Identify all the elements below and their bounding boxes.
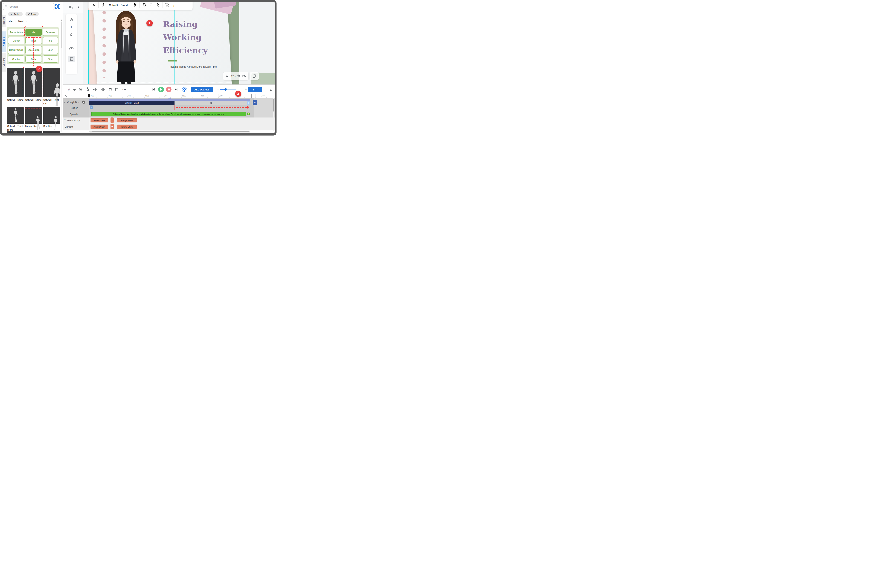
timeline-ruler[interactable]: 0:00 0:01 0:02 0:03 0:04 0:05 0:06 0:07 … <box>89 94 275 99</box>
breadcrumb-current[interactable]: Stand <box>18 20 24 23</box>
track-label-text[interactable]: T Practical Tips ... <box>64 119 83 122</box>
rotate-icon[interactable] <box>149 3 153 8</box>
track-label-speech[interactable]: Speech <box>70 113 78 116</box>
split-left-icon[interactable] <box>93 87 98 92</box>
category-locomotion[interactable]: Locomotion <box>26 46 42 54</box>
always-show-chip[interactable]: Always Show <box>117 124 137 129</box>
category-mood[interactable]: Mood <box>26 37 42 44</box>
clip-stretch-handle[interactable]: () <box>247 101 250 105</box>
thumbnail-partial[interactable] <box>7 131 24 133</box>
filter-chip-pose[interactable]: ✓Pose <box>26 12 39 16</box>
video-tool[interactable] <box>68 46 75 52</box>
add-speech-button[interactable]: + <box>247 112 250 116</box>
category-daily[interactable]: Daily <box>26 56 42 63</box>
music-icon[interactable]: ♫ <box>66 87 71 92</box>
category-sit[interactable]: Sit <box>43 37 58 44</box>
remove-action-icon[interactable] <box>85 87 90 92</box>
character-icon[interactable] <box>92 3 96 8</box>
track-label-character[interactable]: Cheryl (Bus... <box>65 100 86 104</box>
category-presentation[interactable]: Presentation <box>8 28 24 36</box>
thumbnail-catwalk-twist-left[interactable] <box>43 68 60 97</box>
filter-chip-action[interactable]: ✓Action <box>8 12 23 16</box>
slide-subtitle[interactable]: Practical Tips to Achieve More in Less T… <box>161 65 224 68</box>
motion-icon[interactable] <box>133 3 137 8</box>
always-show-chip[interactable]: Always Show <box>90 124 108 129</box>
pose-reset-icon[interactable] <box>156 3 160 8</box>
duplicate-button[interactable] <box>250 72 259 80</box>
clip-catwalk-stand[interactable]: Catwalk - Stand <box>89 101 174 105</box>
globe-icon[interactable] <box>142 3 146 8</box>
collapse-double-chevron[interactable] <box>268 87 274 92</box>
layout-panel-tool[interactable] <box>68 56 75 62</box>
image-tool[interactable] <box>68 39 75 45</box>
thumbnail-sad-idle[interactable] <box>43 107 60 124</box>
category-career[interactable]: Career <box>8 37 24 44</box>
zoom-percent[interactable]: 35% <box>230 75 236 78</box>
thumbnail-catwalk-twist-right[interactable] <box>7 107 24 124</box>
thumbnail-catwalk-stand-2[interactable] <box>25 68 42 97</box>
microphone-icon[interactable] <box>72 87 77 92</box>
settings-gear-icon[interactable] <box>182 87 187 92</box>
category-combat[interactable]: Combat <box>8 56 24 63</box>
add-position-button[interactable]: + <box>90 105 93 109</box>
timeline-vscrollbar[interactable] <box>273 98 274 130</box>
category-other[interactable]: Other <box>43 56 58 63</box>
category-sport[interactable]: Sport <box>43 46 58 54</box>
kebab-menu-icon[interactable]: ⋮ <box>77 4 80 8</box>
always-show-chip[interactable]: Always Show <box>90 118 108 123</box>
collapse-circle-icon[interactable] <box>82 100 86 104</box>
playhead-line[interactable] <box>89 98 89 130</box>
add-element-keyframe[interactable]: + <box>110 124 114 129</box>
category-basic-posture[interactable]: Basic Posture <box>8 46 24 54</box>
tab-recent[interactable]: Recent <box>2 15 6 27</box>
palette-collapse-chevron[interactable] <box>68 64 75 70</box>
more-options-icon[interactable]: ⋮ <box>172 3 176 7</box>
stop-button[interactable] <box>166 87 171 92</box>
preview-speed-icon[interactable] <box>242 74 246 78</box>
scene-end-marker[interactable] <box>251 94 252 98</box>
fit-button[interactable]: FIT <box>248 87 262 92</box>
zoom-out-icon[interactable] <box>226 74 229 78</box>
clip-segment-1[interactable]: #1 <box>174 101 247 105</box>
slide-title[interactable]: Raising Working Efficiency <box>163 18 223 57</box>
zoom-in-icon[interactable] <box>237 74 241 78</box>
chevron-down-icon[interactable] <box>26 20 28 22</box>
zoom-plus-icon[interactable]: + <box>243 87 248 92</box>
thumbnail-mutant-idle[interactable] <box>25 107 42 124</box>
speech-clip[interactable]: Welcome! Today, we will explore how to b… <box>92 112 246 116</box>
all-scenes-button[interactable]: ALL SCENES <box>191 87 213 92</box>
breadcrumb-parent[interactable]: Idle <box>9 20 12 23</box>
track-label-position[interactable]: Position <box>70 106 78 109</box>
copy-icon[interactable] <box>108 87 113 92</box>
thumbnail-catwalk-stand-1[interactable] <box>7 68 24 97</box>
split-clip-icon[interactable] <box>100 87 105 92</box>
filter-icon[interactable] <box>65 94 68 98</box>
motion-path-icon[interactable] <box>165 3 170 8</box>
skip-end-icon[interactable] <box>173 87 179 92</box>
scan-capture-icon[interactable] <box>55 4 60 9</box>
timeline-hscrollbar[interactable]: ‹ <box>89 130 250 132</box>
add-action-button[interactable]: + <box>253 100 257 105</box>
skip-start-icon[interactable] <box>150 87 156 92</box>
current-action-label[interactable]: : Catwalk - Stand <box>107 3 128 6</box>
shapes-tool[interactable] <box>68 31 75 37</box>
add-keyframe-tab[interactable]: + <box>168 98 171 99</box>
hand-tool[interactable] <box>68 17 75 23</box>
thumbnail-partial[interactable] <box>43 131 60 133</box>
panel-scrollbar[interactable] <box>61 20 62 132</box>
tab-custom[interactable]: Custom <box>2 53 6 72</box>
thumbnail-partial[interactable] <box>25 131 42 133</box>
timeline-zoom-slider[interactable] <box>220 89 236 90</box>
layers-icon[interactable] <box>69 6 72 9</box>
play-button[interactable] <box>158 87 164 92</box>
delete-icon[interactable] <box>114 87 119 92</box>
always-show-chip[interactable]: Always Show <box>117 118 137 123</box>
tab-actions[interactable]: Actions <box>2 32 6 52</box>
brightness-icon[interactable] <box>78 87 83 92</box>
ellipsis-icon[interactable]: ••• <box>122 87 127 92</box>
category-idle[interactable]: Idle <box>26 28 42 36</box>
text-tool[interactable]: T <box>68 24 75 30</box>
search-input[interactable] <box>9 5 53 8</box>
walk-action-icon[interactable] <box>101 3 105 8</box>
character-avatar[interactable] <box>107 9 144 84</box>
